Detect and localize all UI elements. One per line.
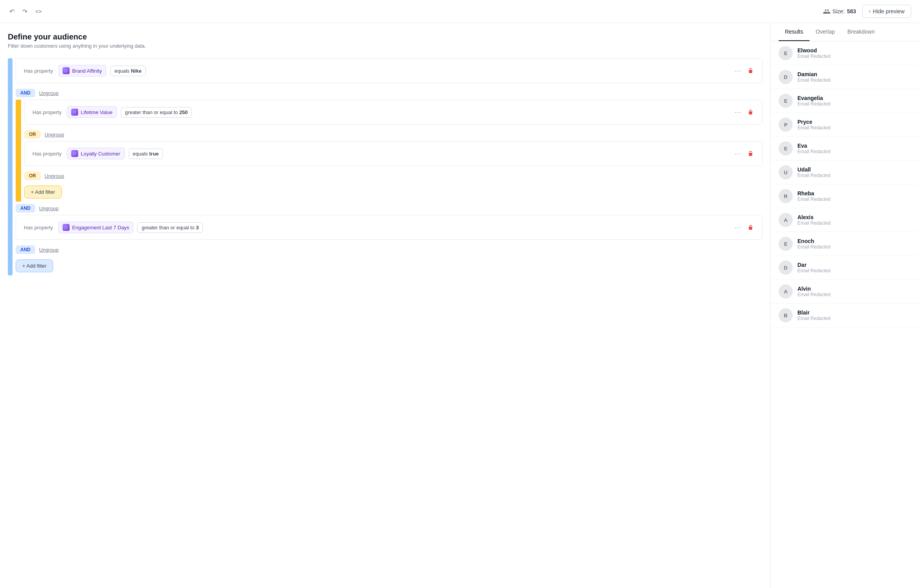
trash-icon-2 [747,109,754,115]
result-item-2[interactable]: E Evangelia Email Redacted [771,89,919,113]
result-name-9: Dar [797,262,911,268]
result-name-4: Eva [797,143,911,149]
ungroup-button-4[interactable]: Ungroup [39,206,59,211]
property-icon-3: ⬡ [71,150,78,157]
avatar-1: D [779,70,793,84]
result-item-1[interactable]: D Damian Email Redacted [771,65,919,89]
tab-breakdown[interactable]: Breakdown [841,23,881,41]
property-badge-1[interactable]: ⬡ Brand Affinity [58,65,106,77]
result-item-3[interactable]: P Pryce Email Redacted [771,113,919,137]
result-name-7: Alexis [797,214,911,220]
result-email-9: Email Redacted [797,268,911,273]
result-email-5: Email Redacted [797,173,911,178]
condition-badge-1: equals Nike [110,66,146,76]
ungroup-button-1[interactable]: Ungroup [39,90,59,96]
delete-button-2[interactable] [747,108,754,116]
or-button-2[interactable]: OR [24,172,41,180]
result-info-11: Blair Email Redacted [797,309,911,321]
delete-button-1[interactable] [747,67,754,75]
add-filter-button-inner[interactable]: + Add filter [24,186,62,198]
more-options-button-4[interactable]: ⋯ [732,222,743,232]
ungroup-button-3[interactable]: Ungroup [45,173,64,179]
ungroup-button-2[interactable]: Ungroup [45,132,64,138]
logic-row-or-2: OR Ungroup [24,169,763,182]
avatar-5: U [779,165,793,179]
filter-builder: Has property ⬡ Brand Affinity equals Nik… [8,58,763,275]
condition-value-2: 250 [179,109,188,115]
hide-preview-label: Hide preview [873,8,905,14]
result-name-0: Elwood [797,47,911,54]
avatar-6: R [779,189,793,203]
result-item-4[interactable]: E Eva Email Redacted [771,137,919,161]
ungroup-button-5[interactable]: Ungroup [39,247,59,253]
filter-row-inner-1: Has property ⬡ Brand Affinity equals Nik… [24,65,732,77]
avatar-0: E [779,46,793,60]
more-options-button-3[interactable]: ⋯ [732,148,743,159]
more-options-button-1[interactable]: ⋯ [732,66,743,76]
result-item-7[interactable]: A Alexis Email Redacted [771,208,919,232]
result-name-3: Pryce [797,119,911,125]
property-badge-2[interactable]: ⬡ Lifetime Value [67,106,116,118]
result-item-9[interactable]: D Dar Email Redacted [771,256,919,280]
result-email-1: Email Redacted [797,77,911,83]
and-button-2[interactable]: AND [16,204,35,213]
page-subtitle: Filter down customers using anything in … [8,43,763,49]
result-email-4: Email Redacted [797,149,911,154]
result-name-2: Evangelia [797,95,911,101]
logic-row-and-2: AND Ungroup [16,202,763,215]
result-item-8[interactable]: E Enoch Email Redacted [771,232,919,256]
result-item-6[interactable]: R Rheba Email Redacted [771,184,919,208]
result-info-7: Alexis Email Redacted [797,214,911,226]
more-options-button-2[interactable]: ⋯ [732,107,743,117]
result-email-2: Email Redacted [797,101,911,107]
condition-value-4: 3 [196,225,199,231]
avatar-4: E [779,141,793,155]
property-badge-3[interactable]: ⬡ Loyalty Customer [67,148,124,159]
outer-content: Has property ⬡ Brand Affinity equals Nik… [16,58,763,275]
avatar-9: D [779,261,793,275]
redo-button[interactable]: ↷ [21,6,29,17]
tab-overlap[interactable]: Overlap [810,23,841,41]
people-icon [823,9,830,14]
panel-tabs: Results Overlap Breakdown [771,23,919,41]
result-email-8: Email Redacted [797,244,911,250]
delete-button-4[interactable] [747,223,754,231]
result-email-7: Email Redacted [797,220,911,226]
undo-button[interactable]: ↶ [8,6,16,17]
size-label: Size: [833,8,845,14]
tab-results[interactable]: Results [779,23,810,41]
result-item-10[interactable]: A Alvin Email Redacted [771,280,919,304]
filter-row-inner-4: Has property ⬡ Engagement Last 7 Days gr… [24,222,732,233]
and-button-3[interactable]: AND [16,245,35,254]
property-badge-4[interactable]: ⬡ Engagement Last 7 Days [58,222,133,233]
and-button-1[interactable]: AND [16,89,35,97]
filter-row-2: Has property ⬡ Lifetime Value greater th… [24,100,763,125]
row-actions-3: ⋯ [732,148,754,159]
avatar-11: B [779,308,793,322]
property-name-1: Brand Affinity [72,68,102,74]
code-toggle-button[interactable]: <> [34,7,43,16]
result-info-4: Eva Email Redacted [797,143,911,154]
result-info-10: Alvin Email Redacted [797,286,911,297]
result-item-5[interactable]: U Udall Email Redacted [771,161,919,184]
condition-text-3: equals [133,151,148,157]
trash-icon-3 [747,150,754,157]
or-button-1[interactable]: OR [24,130,41,139]
property-name-2: Lifetime Value [81,109,112,115]
delete-button-3[interactable] [747,150,754,157]
hide-preview-button[interactable]: › Hide preview [862,5,911,18]
result-name-1: Damian [797,71,911,77]
trash-icon-4 [747,224,754,231]
result-item-11[interactable]: B Blair Email Redacted [771,304,919,327]
condition-badge-4: greater than or equal to 3 [137,222,203,233]
condition-badge-2: greater than or equal to 250 [121,107,192,118]
logic-row-and-3: AND Ungroup [16,243,763,256]
size-count: 583 [847,8,856,14]
outer-left-bar [8,58,13,275]
add-filter-button-outer[interactable]: + Add filter [16,259,53,272]
result-item-0[interactable]: E Elwood Email Redacted [771,41,919,65]
result-info-8: Enoch Email Redacted [797,238,911,250]
result-name-11: Blair [797,309,911,316]
avatar-10: A [779,284,793,298]
condition-text-1: equals [115,68,129,74]
